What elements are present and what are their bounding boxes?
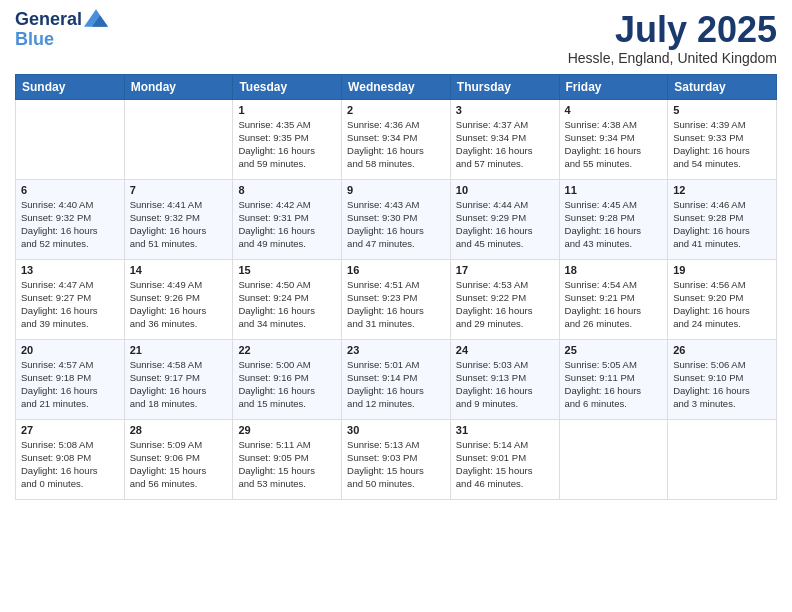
day-number: 8 xyxy=(238,184,336,196)
day-number: 25 xyxy=(565,344,663,356)
day-number: 28 xyxy=(130,424,228,436)
day-info: Sunrise: 4:42 AM Sunset: 9:31 PM Dayligh… xyxy=(238,198,336,251)
header: General Blue July 2025 Hessle, England, … xyxy=(15,10,777,66)
calendar-cell: 18Sunrise: 4:54 AM Sunset: 9:21 PM Dayli… xyxy=(559,259,668,339)
day-number: 31 xyxy=(456,424,554,436)
calendar-cell: 13Sunrise: 4:47 AM Sunset: 9:27 PM Dayli… xyxy=(16,259,125,339)
day-info: Sunrise: 5:06 AM Sunset: 9:10 PM Dayligh… xyxy=(673,358,771,411)
day-number: 24 xyxy=(456,344,554,356)
day-number: 3 xyxy=(456,104,554,116)
day-info: Sunrise: 4:39 AM Sunset: 9:33 PM Dayligh… xyxy=(673,118,771,171)
day-number: 23 xyxy=(347,344,445,356)
calendar-week-3: 13Sunrise: 4:47 AM Sunset: 9:27 PM Dayli… xyxy=(16,259,777,339)
logo: General Blue xyxy=(15,10,108,50)
calendar-week-2: 6Sunrise: 4:40 AM Sunset: 9:32 PM Daylig… xyxy=(16,179,777,259)
calendar-cell: 31Sunrise: 5:14 AM Sunset: 9:01 PM Dayli… xyxy=(450,419,559,499)
day-info: Sunrise: 4:57 AM Sunset: 9:18 PM Dayligh… xyxy=(21,358,119,411)
day-info: Sunrise: 4:51 AM Sunset: 9:23 PM Dayligh… xyxy=(347,278,445,331)
calendar-cell: 5Sunrise: 4:39 AM Sunset: 9:33 PM Daylig… xyxy=(668,99,777,179)
calendar-cell: 7Sunrise: 4:41 AM Sunset: 9:32 PM Daylig… xyxy=(124,179,233,259)
day-number: 26 xyxy=(673,344,771,356)
calendar-cell: 16Sunrise: 4:51 AM Sunset: 9:23 PM Dayli… xyxy=(342,259,451,339)
logo-text-line1: General xyxy=(15,10,82,30)
day-info: Sunrise: 4:43 AM Sunset: 9:30 PM Dayligh… xyxy=(347,198,445,251)
calendar-week-4: 20Sunrise: 4:57 AM Sunset: 9:18 PM Dayli… xyxy=(16,339,777,419)
day-number: 29 xyxy=(238,424,336,436)
day-info: Sunrise: 4:54 AM Sunset: 9:21 PM Dayligh… xyxy=(565,278,663,331)
day-info: Sunrise: 5:13 AM Sunset: 9:03 PM Dayligh… xyxy=(347,438,445,491)
calendar: SundayMondayTuesdayWednesdayThursdayFrid… xyxy=(15,74,777,500)
calendar-cell: 26Sunrise: 5:06 AM Sunset: 9:10 PM Dayli… xyxy=(668,339,777,419)
day-info: Sunrise: 4:53 AM Sunset: 9:22 PM Dayligh… xyxy=(456,278,554,331)
day-info: Sunrise: 5:01 AM Sunset: 9:14 PM Dayligh… xyxy=(347,358,445,411)
day-info: Sunrise: 5:05 AM Sunset: 9:11 PM Dayligh… xyxy=(565,358,663,411)
day-number: 1 xyxy=(238,104,336,116)
day-number: 12 xyxy=(673,184,771,196)
calendar-cell: 3Sunrise: 4:37 AM Sunset: 9:34 PM Daylig… xyxy=(450,99,559,179)
page: General Blue July 2025 Hessle, England, … xyxy=(0,0,792,612)
calendar-cell xyxy=(668,419,777,499)
calendar-cell: 15Sunrise: 4:50 AM Sunset: 9:24 PM Dayli… xyxy=(233,259,342,339)
calendar-header-tuesday: Tuesday xyxy=(233,74,342,99)
calendar-cell: 29Sunrise: 5:11 AM Sunset: 9:05 PM Dayli… xyxy=(233,419,342,499)
calendar-cell: 20Sunrise: 4:57 AM Sunset: 9:18 PM Dayli… xyxy=(16,339,125,419)
calendar-cell xyxy=(16,99,125,179)
day-info: Sunrise: 5:00 AM Sunset: 9:16 PM Dayligh… xyxy=(238,358,336,411)
day-info: Sunrise: 4:56 AM Sunset: 9:20 PM Dayligh… xyxy=(673,278,771,331)
calendar-cell: 22Sunrise: 5:00 AM Sunset: 9:16 PM Dayli… xyxy=(233,339,342,419)
day-info: Sunrise: 5:09 AM Sunset: 9:06 PM Dayligh… xyxy=(130,438,228,491)
day-info: Sunrise: 4:44 AM Sunset: 9:29 PM Dayligh… xyxy=(456,198,554,251)
day-number: 4 xyxy=(565,104,663,116)
calendar-cell xyxy=(124,99,233,179)
calendar-cell: 6Sunrise: 4:40 AM Sunset: 9:32 PM Daylig… xyxy=(16,179,125,259)
day-info: Sunrise: 4:45 AM Sunset: 9:28 PM Dayligh… xyxy=(565,198,663,251)
day-number: 14 xyxy=(130,264,228,276)
day-info: Sunrise: 5:08 AM Sunset: 9:08 PM Dayligh… xyxy=(21,438,119,491)
day-info: Sunrise: 4:50 AM Sunset: 9:24 PM Dayligh… xyxy=(238,278,336,331)
calendar-cell: 9Sunrise: 4:43 AM Sunset: 9:30 PM Daylig… xyxy=(342,179,451,259)
day-number: 6 xyxy=(21,184,119,196)
day-number: 13 xyxy=(21,264,119,276)
day-number: 27 xyxy=(21,424,119,436)
calendar-cell: 2Sunrise: 4:36 AM Sunset: 9:34 PM Daylig… xyxy=(342,99,451,179)
day-info: Sunrise: 5:03 AM Sunset: 9:13 PM Dayligh… xyxy=(456,358,554,411)
calendar-week-5: 27Sunrise: 5:08 AM Sunset: 9:08 PM Dayli… xyxy=(16,419,777,499)
calendar-header-wednesday: Wednesday xyxy=(342,74,451,99)
day-number: 17 xyxy=(456,264,554,276)
calendar-cell: 28Sunrise: 5:09 AM Sunset: 9:06 PM Dayli… xyxy=(124,419,233,499)
calendar-header-monday: Monday xyxy=(124,74,233,99)
day-number: 5 xyxy=(673,104,771,116)
calendar-cell: 1Sunrise: 4:35 AM Sunset: 9:35 PM Daylig… xyxy=(233,99,342,179)
calendar-cell: 17Sunrise: 4:53 AM Sunset: 9:22 PM Dayli… xyxy=(450,259,559,339)
location: Hessle, England, United Kingdom xyxy=(568,50,777,66)
calendar-cell: 14Sunrise: 4:49 AM Sunset: 9:26 PM Dayli… xyxy=(124,259,233,339)
day-number: 30 xyxy=(347,424,445,436)
day-number: 21 xyxy=(130,344,228,356)
day-info: Sunrise: 4:46 AM Sunset: 9:28 PM Dayligh… xyxy=(673,198,771,251)
day-number: 16 xyxy=(347,264,445,276)
day-info: Sunrise: 4:35 AM Sunset: 9:35 PM Dayligh… xyxy=(238,118,336,171)
calendar-cell: 10Sunrise: 4:44 AM Sunset: 9:29 PM Dayli… xyxy=(450,179,559,259)
day-info: Sunrise: 4:36 AM Sunset: 9:34 PM Dayligh… xyxy=(347,118,445,171)
month-title: July 2025 xyxy=(568,10,777,50)
day-number: 19 xyxy=(673,264,771,276)
day-number: 18 xyxy=(565,264,663,276)
day-number: 20 xyxy=(21,344,119,356)
day-info: Sunrise: 4:58 AM Sunset: 9:17 PM Dayligh… xyxy=(130,358,228,411)
calendar-header-row: SundayMondayTuesdayWednesdayThursdayFrid… xyxy=(16,74,777,99)
day-info: Sunrise: 4:47 AM Sunset: 9:27 PM Dayligh… xyxy=(21,278,119,331)
calendar-header-friday: Friday xyxy=(559,74,668,99)
calendar-header-saturday: Saturday xyxy=(668,74,777,99)
day-number: 2 xyxy=(347,104,445,116)
title-block: July 2025 Hessle, England, United Kingdo… xyxy=(568,10,777,66)
calendar-cell: 11Sunrise: 4:45 AM Sunset: 9:28 PM Dayli… xyxy=(559,179,668,259)
day-number: 9 xyxy=(347,184,445,196)
calendar-cell: 8Sunrise: 4:42 AM Sunset: 9:31 PM Daylig… xyxy=(233,179,342,259)
day-info: Sunrise: 4:40 AM Sunset: 9:32 PM Dayligh… xyxy=(21,198,119,251)
calendar-cell: 4Sunrise: 4:38 AM Sunset: 9:34 PM Daylig… xyxy=(559,99,668,179)
logo-icon xyxy=(84,8,108,28)
day-number: 7 xyxy=(130,184,228,196)
calendar-header-thursday: Thursday xyxy=(450,74,559,99)
calendar-cell xyxy=(559,419,668,499)
day-number: 22 xyxy=(238,344,336,356)
